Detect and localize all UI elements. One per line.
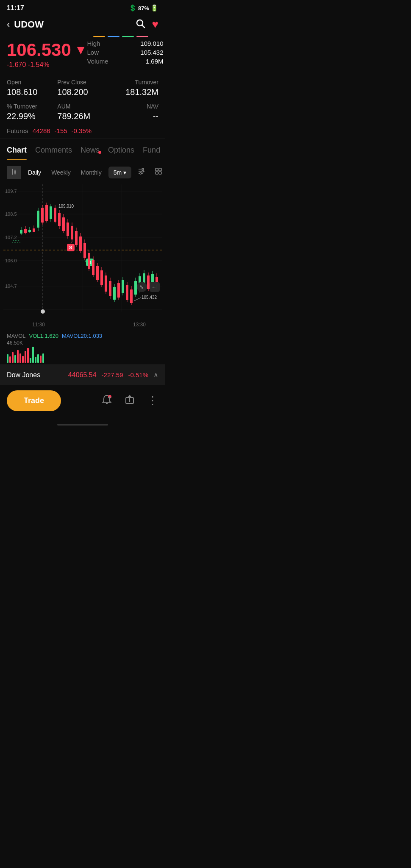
svg-point-12	[142, 168, 144, 170]
vol-bar	[19, 353, 21, 363]
svg-point-116	[41, 309, 45, 314]
aum-stat: AUM 789.26M	[57, 103, 108, 121]
svg-text:104.7: 104.7	[5, 284, 17, 289]
vol-bar	[35, 357, 36, 363]
legend-line-1	[93, 36, 105, 37]
tab-comments[interactable]: Comments	[35, 146, 72, 160]
vol-bar	[14, 355, 16, 363]
svg-rect-63	[71, 226, 73, 239]
candlestick-chart: 109.7 108.5 107.2 106.0 104.7	[3, 184, 162, 320]
svg-rect-52	[50, 206, 52, 219]
weekly-btn[interactable]: Weekly	[48, 167, 74, 178]
nav-stat: NAV --	[108, 103, 158, 121]
svg-text:105.432: 105.432	[142, 295, 157, 300]
tab-fund[interactable]: Fund	[143, 146, 160, 160]
tab-chart[interactable]: Chart	[7, 146, 27, 160]
futures-label: Futures	[7, 127, 28, 134]
low-label: Low	[87, 49, 99, 56]
layout-button[interactable]	[152, 165, 165, 179]
svg-rect-81	[96, 266, 99, 280]
trade-button[interactable]: Trade	[7, 390, 61, 411]
bottom-icons: + ⋮	[101, 394, 158, 408]
battery-text: 87%	[138, 5, 149, 11]
dow-jones-bar[interactable]: Dow Jones 44065.54 -227.59 -0.51% ∧	[0, 364, 165, 385]
tab-bar: Chart Comments News Options Fund	[0, 139, 165, 160]
bottom-handle	[0, 421, 165, 428]
tab-options[interactable]: Options	[108, 146, 134, 160]
futures-pct: -0.35%	[72, 127, 92, 134]
svg-rect-42	[33, 228, 35, 232]
svg-rect-17	[159, 172, 161, 174]
mavol-section: MAVOL VOL1:1.620 MAVOL20:1.033 46.50K	[0, 329, 165, 348]
alert-button[interactable]: +	[101, 394, 112, 408]
mavol-value: 46.50K	[7, 340, 158, 346]
dow-label: Dow Jones	[7, 371, 40, 379]
svg-text:←|: ←|	[152, 284, 158, 289]
svg-rect-57	[58, 213, 61, 226]
bottom-bar: Trade + ⋮	[0, 385, 165, 421]
candlestick-toggle[interactable]	[7, 166, 21, 179]
svg-rect-40	[28, 230, 31, 232]
low-value: 105.432	[140, 49, 163, 56]
stock-ticker: UDOW	[14, 19, 44, 30]
vol-bar	[40, 356, 42, 363]
legend-bar	[0, 36, 165, 40]
chart-area[interactable]: 109.7 108.5 107.2 106.0 104.7	[0, 184, 165, 320]
volume-label: Volume	[87, 58, 108, 65]
nav-value: --	[108, 111, 158, 121]
indicators-button[interactable]	[135, 165, 148, 179]
mavol-vol20: MAVOL20:1.033	[62, 333, 102, 339]
svg-line-1	[142, 25, 144, 28]
tab-news[interactable]: News	[81, 146, 100, 160]
share-button[interactable]	[124, 394, 135, 408]
price-right: High 109.010 Low 105.432 Volume 1.69M ▲	[87, 40, 165, 65]
back-button[interactable]: ‹	[7, 19, 10, 30]
futures-value: 44286	[33, 127, 50, 134]
vol-bar	[17, 350, 19, 363]
vol-bar	[12, 352, 14, 363]
svg-rect-95	[126, 285, 128, 300]
aum-label: AUM	[57, 103, 108, 110]
svg-rect-107	[147, 275, 150, 289]
news-dot	[98, 151, 101, 154]
nav-left: ‹ UDOW	[7, 19, 44, 30]
current-price: 106.530 ▼	[7, 40, 87, 60]
high-label: High	[87, 40, 100, 47]
vol-bar	[7, 354, 8, 363]
nav-label: NAV	[108, 103, 158, 110]
futures-change: -155	[55, 127, 67, 134]
time-end: 13:30	[133, 322, 146, 328]
svg-rect-101	[134, 281, 137, 295]
svg-text:107.2: 107.2	[5, 235, 17, 240]
interval-selector[interactable]: 5m ▾	[108, 167, 131, 178]
legend-line-3	[122, 36, 134, 37]
svg-text:108.5: 108.5	[5, 211, 17, 217]
prev-close-value: 108.200	[57, 87, 108, 97]
price-change: -1.670 -1.54%	[7, 61, 87, 69]
prev-close-label: Prev Close	[57, 79, 108, 86]
battery-icon: 🔋	[150, 4, 158, 12]
pct-turnover-stat: % Turnover 22.99%	[7, 103, 57, 121]
svg-rect-16	[156, 172, 158, 174]
vol-bar	[25, 351, 26, 363]
svg-rect-72	[83, 243, 86, 258]
legend-line-4	[136, 36, 148, 37]
low-row: Low 105.432	[87, 49, 164, 56]
vol-bar-highlight	[32, 347, 34, 363]
svg-rect-77	[88, 253, 90, 269]
pct-turnover-value: 22.99%	[7, 111, 57, 121]
price-arrow: ▼	[75, 43, 87, 57]
pct-turnover-label: % Turnover	[7, 103, 57, 110]
svg-rect-93	[122, 280, 124, 293]
aum-value: 789.26M	[57, 111, 108, 121]
monthly-btn[interactable]: Monthly	[78, 167, 105, 178]
more-button[interactable]: ⋮	[147, 394, 158, 407]
search-button[interactable]	[135, 18, 145, 31]
daily-btn[interactable]: Daily	[25, 167, 44, 178]
top-nav: ‹ UDOW ♥	[0, 14, 165, 36]
price-section: 106.530 ▼ -1.670 -1.54% High 109.010 Low…	[0, 40, 165, 73]
turnover-stat: Turnover 181.32M	[108, 79, 158, 97]
dow-chevron-icon[interactable]: ∧	[153, 371, 158, 379]
favorite-button[interactable]: ♥	[152, 18, 158, 31]
handle-bar	[57, 424, 108, 426]
